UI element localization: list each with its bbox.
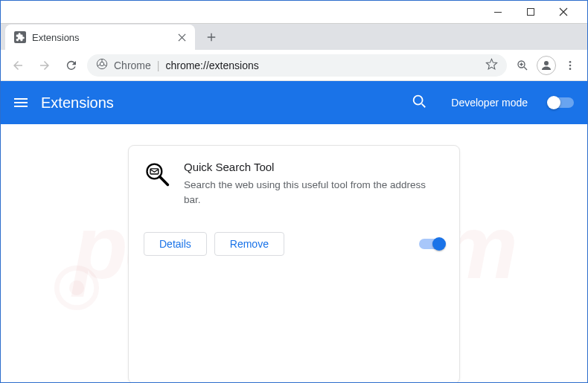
watermark-gear-icon [47, 258, 106, 318]
svg-rect-1 [528, 9, 534, 16]
new-tab-button[interactable] [201, 27, 222, 48]
browser-toolbar: Chrome | chrome://extensions [1, 50, 587, 81]
tab-close-button[interactable] [176, 31, 188, 43]
window-titlebar [1, 1, 587, 23]
svg-point-9 [414, 96, 423, 105]
tab-strip: Extensions [1, 23, 587, 50]
svg-point-7 [569, 64, 572, 66]
extension-card: Quick Search Tool Search the web using t… [128, 145, 460, 383]
puzzle-icon [14, 31, 26, 43]
tab-title: Extensions [32, 32, 170, 43]
svg-rect-13 [150, 169, 159, 174]
details-button[interactable]: Details [144, 232, 207, 256]
forward-button[interactable] [33, 54, 56, 77]
extension-title: Quick Search Tool [184, 161, 444, 173]
window-maximize-button[interactable] [514, 1, 547, 22]
extensions-content: pcrisk.com Quick Search Tool Search the … [1, 124, 587, 383]
address-bar[interactable]: Chrome | chrome://extensions [87, 54, 507, 77]
extensions-header: Extensions Developer mode [1, 81, 587, 124]
hamburger-menu-button[interactable] [14, 98, 28, 107]
reload-button[interactable] [60, 54, 83, 77]
svg-point-3 [100, 62, 103, 65]
window-minimize-button[interactable] [482, 1, 514, 22]
developer-mode-toggle[interactable] [549, 97, 574, 108]
svg-point-5 [544, 61, 549, 65]
svg-point-11 [69, 280, 84, 295]
search-extensions-button[interactable] [411, 93, 427, 112]
omnibox-url: chrome://extensions [165, 59, 258, 71]
svg-rect-0 [494, 12, 502, 13]
extension-icon [144, 161, 170, 187]
window-close-button[interactable] [547, 1, 580, 22]
extension-enable-toggle[interactable] [419, 239, 444, 249]
svg-point-8 [569, 68, 572, 70]
chrome-logo-icon [96, 58, 108, 72]
profile-avatar[interactable] [537, 56, 556, 75]
developer-mode-label: Developer mode [451, 97, 528, 109]
back-button[interactable] [7, 54, 29, 77]
browser-tab[interactable]: Extensions [5, 25, 195, 50]
remove-button[interactable]: Remove [214, 232, 284, 256]
bookmark-star-icon[interactable] [485, 58, 498, 73]
omnibox-divider: | [157, 59, 160, 71]
zoom-icon[interactable] [511, 54, 534, 77]
svg-point-6 [569, 61, 572, 63]
omnibox-prefix: Chrome [114, 59, 151, 71]
page-title: Extensions [41, 94, 397, 112]
extension-description: Search the web using this useful tool fr… [184, 178, 444, 207]
menu-button[interactable] [559, 54, 581, 77]
